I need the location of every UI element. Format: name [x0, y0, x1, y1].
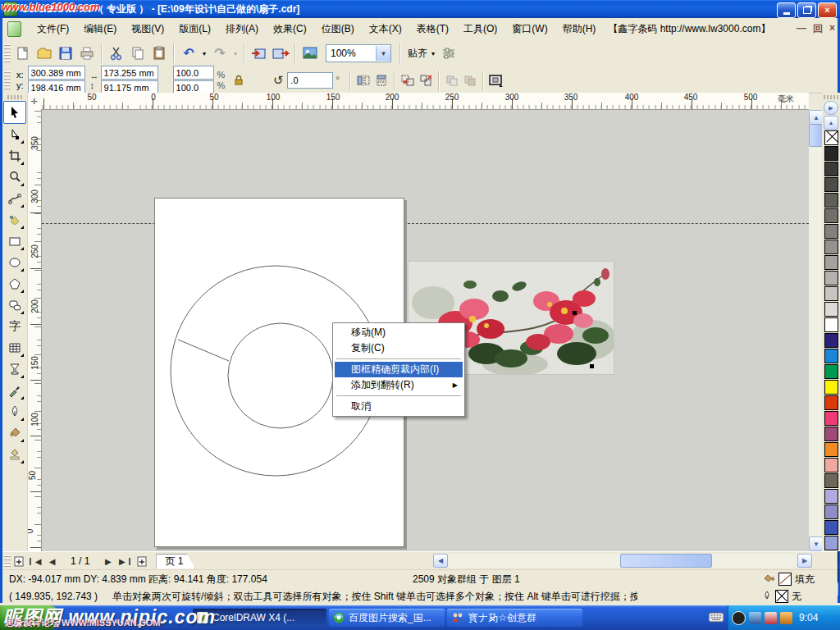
menu-table[interactable]: 表格(T)	[409, 19, 456, 39]
vertical-scroll-thumb[interactable]	[809, 124, 823, 147]
selection-handle[interactable]	[573, 311, 577, 315]
toolbox-grip[interactable]	[7, 95, 22, 99]
paste-button[interactable]	[149, 43, 169, 63]
context-menu-item-add-rollover[interactable]: 添加到翻转(R) ▶	[335, 377, 463, 393]
menu-layout[interactable]: 版面(L)	[171, 19, 218, 39]
horizontal-scrollbar[interactable]: ◀ ▶	[433, 554, 812, 568]
color-swatch[interactable]	[824, 162, 838, 176]
redo-dropdown[interactable]: ▾	[231, 43, 240, 63]
color-swatch[interactable]	[824, 411, 838, 426]
color-swatch[interactable]	[824, 240, 838, 254]
color-swatch[interactable]	[824, 504, 838, 519]
chevron-down-icon[interactable]: ▾	[376, 46, 390, 61]
horizontal-scroll-thumb[interactable]	[620, 554, 712, 568]
drawing-canvas[interactable]: 移动(M) 复制(C) 图框精确剪裁内部(I) 添加到翻转(R) ▶ 取消	[42, 110, 809, 551]
pick-tool[interactable]	[3, 101, 26, 124]
interactive-blend-tool[interactable]	[4, 358, 25, 380]
zoom-level-combobox[interactable]: 100% ▾	[326, 44, 391, 62]
ungroup-button[interactable]	[399, 71, 417, 89]
color-swatch[interactable]	[824, 302, 838, 317]
pagenav-grip[interactable]	[4, 555, 11, 567]
no-color-swatch[interactable]	[824, 130, 838, 145]
restore-button[interactable]	[797, 2, 816, 18]
outline-pen-tool[interactable]	[4, 401, 25, 422]
color-swatch[interactable]	[824, 520, 838, 535]
weld-button[interactable]	[461, 71, 479, 89]
application-launcher-button[interactable]	[300, 43, 320, 63]
mirror-vertical-button[interactable]	[372, 71, 390, 89]
ungroup-all-button[interactable]	[417, 71, 435, 89]
toolbar-grip[interactable]	[4, 71, 11, 89]
toolbar-grip[interactable]	[4, 44, 11, 62]
import-button[interactable]	[249, 43, 269, 63]
doc-restore-icon[interactable]: 回	[813, 22, 823, 36]
save-button[interactable]	[56, 43, 75, 63]
snap-to-button[interactable]: 贴齐 ▾	[404, 47, 438, 61]
menu-window[interactable]: 窗口(W)	[504, 19, 555, 39]
vertical-ruler[interactable]: 350 300 250 200 150 100 50 0	[27, 109, 42, 551]
taskbar-button-baidu[interactable]: 百度图片搜索_国...	[329, 609, 445, 627]
color-swatch[interactable]	[824, 349, 838, 363]
basic-shapes-tool[interactable]	[4, 294, 25, 316]
interactive-fill-tool[interactable]	[4, 444, 25, 465]
dictionary-tray-icon[interactable]	[780, 612, 792, 624]
open-button[interactable]	[34, 43, 54, 63]
print-button[interactable]	[77, 43, 97, 63]
undo-button[interactable]: ↶	[179, 43, 199, 63]
qq-tray-icon[interactable]	[732, 611, 746, 625]
crop-tool[interactable]	[4, 145, 25, 167]
options-button[interactable]	[439, 43, 459, 63]
page-tab-1[interactable]: 页 1	[156, 554, 195, 569]
ellipse-tool[interactable]	[4, 252, 25, 273]
menu-edit[interactable]: 编辑(E)	[76, 19, 124, 39]
palette-scroll-up-button[interactable]: ▲	[824, 116, 838, 130]
undo-dropdown[interactable]: ▾	[200, 43, 208, 63]
menu-view[interactable]: 视图(V)	[124, 19, 171, 39]
color-swatch[interactable]	[824, 458, 838, 472]
color-swatch[interactable]	[824, 489, 838, 504]
menu-file[interactable]: 文件(F)	[30, 19, 76, 39]
taskbar-button-qq-group[interactable]: 寳ナ夃☆创意群	[447, 609, 582, 627]
menu-effects[interactable]: 效果(C)	[266, 19, 314, 39]
color-swatch[interactable]	[824, 317, 838, 332]
smart-fill-tool[interactable]	[4, 209, 25, 231]
context-menu-item-cancel[interactable]: 取消	[335, 399, 463, 414]
next-page-button[interactable]: ▶	[101, 555, 115, 568]
color-swatch[interactable]	[824, 193, 838, 208]
rectangle-tool[interactable]	[4, 231, 25, 252]
add-page-button[interactable]	[12, 555, 26, 568]
color-swatch[interactable]	[824, 442, 838, 457]
copy-button[interactable]	[128, 43, 148, 63]
color-swatch[interactable]	[824, 224, 838, 239]
rotation-angle-field[interactable]: .0	[287, 72, 333, 89]
color-swatch[interactable]	[824, 286, 838, 301]
shape-tool[interactable]	[4, 124, 25, 145]
color-swatch[interactable]	[824, 364, 838, 379]
palette-flyout-button[interactable]: ▶	[824, 101, 838, 115]
previous-page-button[interactable]: ◀	[45, 555, 59, 568]
color-swatch[interactable]	[824, 473, 838, 488]
network-tray-icon[interactable]	[749, 612, 761, 624]
minimize-button[interactable]	[777, 2, 796, 18]
context-menu-item-move[interactable]: 移动(M)	[335, 325, 463, 340]
selection-handle[interactable]	[590, 364, 594, 368]
vertical-scrollbar[interactable]: ▲ ▼	[809, 110, 822, 551]
fill-tool[interactable]	[4, 422, 25, 444]
clock[interactable]: 9:04	[799, 612, 818, 623]
polygon-tool[interactable]	[4, 273, 25, 294]
ruler-origin[interactable]: ✛	[27, 93, 42, 110]
menu-tools[interactable]: 工具(O)	[456, 19, 504, 39]
object-width-field[interactable]: 173.255 mm	[101, 66, 158, 80]
palette-grip[interactable]	[824, 95, 838, 99]
scroll-right-button[interactable]: ▶	[797, 554, 812, 568]
color-swatch[interactable]	[824, 271, 838, 285]
text-tool[interactable]: 字	[4, 316, 25, 337]
export-button[interactable]	[271, 43, 290, 63]
color-swatch[interactable]	[824, 395, 838, 410]
close-button[interactable]: ×	[818, 2, 837, 18]
color-swatch[interactable]	[824, 536, 838, 550]
lock-ratio-button[interactable]	[230, 71, 248, 89]
menu-help[interactable]: 帮助(H)	[555, 19, 604, 39]
context-menu-item-copy[interactable]: 复制(C)	[335, 340, 463, 356]
vendor-plugin-label[interactable]: 【鑫字条码 http://www.lw3000.com】	[603, 19, 775, 39]
